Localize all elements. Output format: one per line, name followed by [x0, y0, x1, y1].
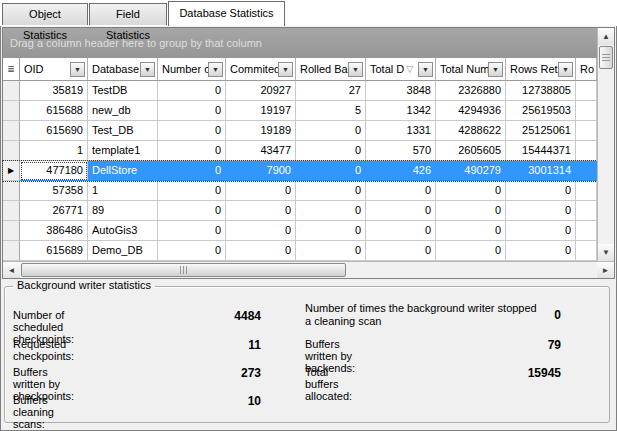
row-gutter[interactable] — [3, 81, 20, 101]
column-filter-dropdown-icon[interactable]: ▼ — [418, 62, 433, 77]
cell-oid[interactable]: 57358 — [20, 181, 88, 201]
cell-rolled-bac[interactable]: 0 — [296, 121, 366, 141]
horizontal-scrollbar-thumb[interactable] — [21, 263, 346, 277]
cell-total-num[interactable]: 4294936 — [436, 101, 506, 121]
cell-row[interactable] — [576, 181, 597, 201]
cell-rolled-bac[interactable]: 0 — [296, 241, 366, 261]
row-gutter[interactable] — [3, 221, 20, 241]
cell-rows-ret[interactable]: 25619503 — [506, 101, 576, 121]
column-header-number-of[interactable]: Number of▼ — [158, 58, 226, 81]
cell-row[interactable] — [576, 221, 597, 241]
cell-commited[interactable]: 7900 — [226, 161, 296, 181]
vertical-scrollbar[interactable]: ▲ ▼ — [597, 28, 614, 261]
table-row[interactable]: 386486AutoGis3000000 — [3, 221, 597, 241]
cell-row[interactable] — [576, 161, 597, 181]
table-row[interactable]: 615688new_db01919751342429493625619503 — [3, 101, 597, 121]
cell-total-d[interactable]: 0 — [366, 241, 436, 261]
cell-rows-ret[interactable]: 0 — [506, 181, 576, 201]
cell-row[interactable] — [576, 241, 597, 261]
column-filter-dropdown-icon[interactable]: ▼ — [208, 62, 223, 77]
column-header-row[interactable]: Row — [576, 58, 597, 81]
cell-rolled-bac[interactable]: 27 — [296, 81, 366, 101]
column-header-total-num[interactable]: Total Num▼ — [436, 58, 506, 81]
cell-number-of[interactable]: 0 — [158, 181, 226, 201]
cell-total-d[interactable]: 0 — [366, 201, 436, 221]
cell-rows-ret[interactable]: 0 — [506, 221, 576, 241]
cell-oid[interactable]: 477180 — [20, 161, 88, 181]
cell-commited[interactable]: 43477 — [226, 141, 296, 161]
scroll-left-icon[interactable]: ◄ — [3, 262, 20, 278]
column-header-rows-ret[interactable]: Rows Ret▼ — [506, 58, 576, 81]
cell-commited[interactable]: 20927 — [226, 81, 296, 101]
cell-rolled-bac[interactable]: 0 — [296, 181, 366, 201]
cell-database[interactable]: Demo_DB — [88, 241, 158, 261]
row-gutter[interactable] — [3, 241, 20, 261]
vertical-scrollbar-thumb[interactable] — [599, 46, 613, 69]
cell-total-num[interactable]: 0 — [436, 221, 506, 241]
cell-oid[interactable]: 615690 — [20, 121, 88, 141]
cell-oid[interactable]: 35819 — [20, 81, 88, 101]
cell-row[interactable] — [576, 201, 597, 221]
cell-rows-ret[interactable]: 12738805 — [506, 81, 576, 101]
cell-rolled-bac[interactable]: 0 — [296, 141, 366, 161]
column-header-database[interactable]: Database▼ — [88, 58, 158, 81]
cell-commited[interactable]: 0 — [226, 181, 296, 201]
cell-database[interactable]: template1 — [88, 141, 158, 161]
cell-commited[interactable]: 19197 — [226, 101, 296, 121]
column-filter-dropdown-icon[interactable]: ▼ — [278, 62, 293, 77]
cell-total-num[interactable]: 4288622 — [436, 121, 506, 141]
row-gutter[interactable] — [3, 101, 20, 121]
cell-total-d[interactable]: 3848 — [366, 81, 436, 101]
column-filter-dropdown-icon[interactable]: ▼ — [488, 62, 503, 77]
cell-oid[interactable]: 615689 — [20, 241, 88, 261]
cell-total-num[interactable]: 0 — [436, 241, 506, 261]
tab-database-statistics[interactable]: Database Statistics — [168, 1, 285, 26]
cell-row[interactable] — [576, 121, 597, 141]
cell-database[interactable]: 89 — [88, 201, 158, 221]
table-row[interactable]: 615689Demo_DB000000 — [3, 241, 597, 261]
cell-rows-ret[interactable]: 0 — [506, 201, 576, 221]
tab-object-statistics[interactable]: Object Statistics — [2, 3, 88, 25]
cell-total-num[interactable]: 2605605 — [436, 141, 506, 161]
row-gutter[interactable] — [3, 141, 20, 161]
cell-database[interactable]: TestDB — [88, 81, 158, 101]
cell-rolled-bac[interactable]: 0 — [296, 161, 366, 181]
grid-corner-icon[interactable]: ≣ — [3, 58, 20, 81]
cell-rolled-bac[interactable]: 0 — [296, 221, 366, 241]
group-by-bar[interactable]: Drag a column header here to group by th… — [3, 28, 597, 58]
tab-field-statistics[interactable]: Field Statistics — [89, 3, 167, 25]
column-header-total-d[interactable]: Total D▽▼ — [366, 58, 436, 81]
cell-rows-ret[interactable]: 15444371 — [506, 141, 576, 161]
cell-rows-ret[interactable]: 3001314 — [506, 161, 576, 181]
cell-total-d[interactable]: 1331 — [366, 121, 436, 141]
cell-number-of[interactable]: 0 — [158, 221, 226, 241]
cell-database[interactable]: AutoGis3 — [88, 221, 158, 241]
cell-oid[interactable]: 26771 — [20, 201, 88, 221]
cell-total-num[interactable]: 0 — [436, 201, 506, 221]
cell-database[interactable]: DellStore — [88, 161, 158, 181]
cell-oid[interactable]: 386486 — [20, 221, 88, 241]
cell-total-d[interactable]: 1342 — [366, 101, 436, 121]
cell-number-of[interactable]: 0 — [158, 101, 226, 121]
cell-rolled-bac[interactable]: 5 — [296, 101, 366, 121]
cell-commited[interactable]: 0 — [226, 241, 296, 261]
table-row[interactable]: 615690Test_DB01918901331428862225125061 — [3, 121, 597, 141]
table-row[interactable]: 2677189000000 — [3, 201, 597, 221]
cell-total-d[interactable]: 0 — [366, 221, 436, 241]
cell-commited[interactable]: 19189 — [226, 121, 296, 141]
row-gutter[interactable] — [3, 201, 20, 221]
cell-total-d[interactable]: 570 — [366, 141, 436, 161]
current-row-indicator-icon[interactable]: ▶ — [3, 161, 20, 181]
cell-commited[interactable]: 0 — [226, 221, 296, 241]
cell-total-num[interactable]: 2326880 — [436, 81, 506, 101]
column-filter-dropdown-icon[interactable]: ▼ — [558, 62, 573, 77]
cell-number-of[interactable]: 0 — [158, 141, 226, 161]
column-header-commited[interactable]: Commited▼ — [226, 58, 296, 81]
table-row[interactable]: 573581000000 — [3, 181, 597, 201]
cell-row[interactable] — [576, 101, 597, 121]
cell-row[interactable] — [576, 141, 597, 161]
column-header-rolled-bac[interactable]: Rolled Bac▼ — [296, 58, 366, 81]
table-row[interactable]: ▶477180DellStore0790004264902793001314 — [3, 161, 597, 181]
horizontal-scrollbar[interactable]: ◄ ► — [3, 261, 614, 278]
column-filter-dropdown-icon[interactable]: ▼ — [140, 62, 155, 77]
